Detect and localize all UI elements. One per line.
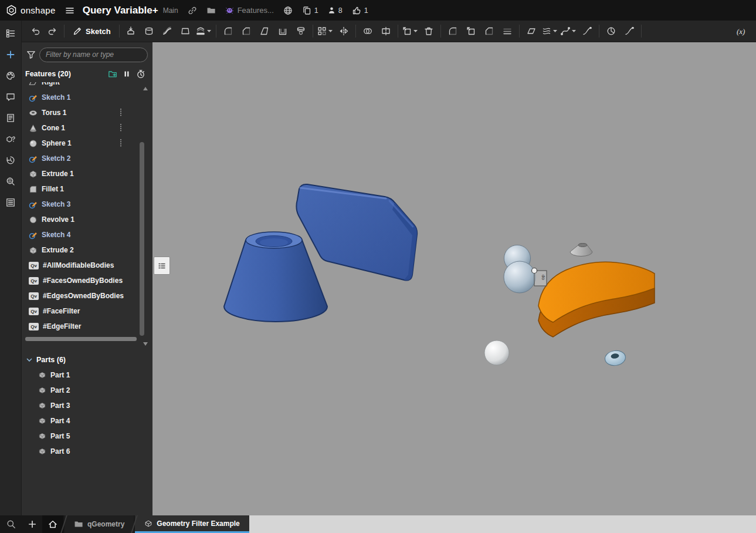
home-tab[interactable]	[42, 515, 63, 533]
onshape-logo[interactable]: onshape	[6, 5, 56, 16]
feature-item[interactable]: Qv#FaceFilter	[22, 303, 152, 319]
feature-item[interactable]: Cone 1	[22, 120, 152, 136]
horizontal-scrollbar[interactable]	[25, 337, 137, 341]
tab-geometry-filter-example[interactable]: Geometry Filter Example	[135, 515, 249, 533]
chevron-down-icon[interactable]	[206, 29, 212, 33]
variable-button[interactable]: (x)	[734, 22, 751, 40]
white-sphere[interactable]	[484, 340, 509, 365]
hole-button[interactable]	[292, 22, 310, 40]
sketch-button[interactable]: Sketch	[67, 22, 117, 40]
chamfer-button[interactable]	[238, 22, 255, 40]
feature-item[interactable]: Sketch 2	[22, 151, 152, 166]
project-curve-button[interactable]	[578, 22, 596, 40]
public-globe-icon[interactable]	[283, 6, 293, 15]
part-item[interactable]: Part 4	[22, 413, 152, 429]
part-item[interactable]: Part 1	[22, 367, 152, 383]
stacked-spheres[interactable]	[504, 245, 535, 294]
feature-item[interactable]: Torus 1	[22, 105, 152, 120]
feature-item[interactable]: Qv#EdgesOwnedByBodies	[22, 288, 152, 303]
dock-feature-tree-button[interactable]	[3, 28, 18, 39]
like-count-stat[interactable]: 1	[352, 6, 368, 15]
chevron-down-icon[interactable]	[328, 29, 333, 33]
part-item[interactable]: Part 5	[22, 429, 152, 444]
loft-button[interactable]	[177, 22, 194, 40]
vertical-scrollbar[interactable]	[140, 142, 144, 336]
feature-item[interactable]: Sphere 1	[22, 136, 152, 151]
more-dots-icon[interactable]	[120, 123, 122, 133]
dock-bom-button[interactable]	[3, 197, 18, 208]
more-dots-icon[interactable]	[120, 139, 122, 148]
parts-header-row[interactable]: Parts (6)	[22, 352, 152, 367]
feature-item[interactable]: Revolve 1	[22, 212, 152, 227]
delete-part-button[interactable]	[420, 22, 438, 40]
transform-button[interactable]	[401, 22, 419, 40]
search-tabs-button[interactable]	[0, 515, 22, 533]
chevron-down-icon[interactable]	[552, 29, 558, 33]
revolve-button[interactable]	[140, 22, 158, 40]
spline-button[interactable]	[560, 22, 578, 40]
section-button[interactable]	[602, 22, 620, 40]
fillet-button[interactable]	[219, 22, 237, 40]
dock-history-button[interactable]	[3, 154, 18, 166]
draft-button[interactable]	[256, 22, 273, 40]
chevron-down-icon[interactable]	[571, 29, 577, 33]
blue-part[interactable]	[224, 184, 417, 322]
dock-insert-button[interactable]	[3, 49, 18, 60]
part-item[interactable]: Part 6	[22, 444, 152, 459]
boolean-button[interactable]	[359, 22, 377, 40]
filter-input[interactable]	[39, 48, 148, 62]
share-link-icon[interactable]	[188, 6, 197, 15]
move-face-button[interactable]	[462, 22, 480, 40]
composite-curve-button[interactable]	[621, 22, 638, 40]
redo-button[interactable]	[44, 22, 62, 40]
helix-button[interactable]	[541, 22, 559, 40]
dock-appearance-button[interactable]	[3, 70, 18, 82]
dock-notes-button[interactable]	[3, 112, 18, 124]
thicken-button[interactable]	[195, 22, 213, 40]
modify-fillet-button[interactable]	[444, 22, 462, 40]
part-item[interactable]: Part 2	[22, 383, 152, 398]
dock-comments-button[interactable]	[3, 91, 18, 103]
split-button[interactable]	[377, 22, 395, 40]
plane-button[interactable]	[523, 22, 540, 40]
features-tab-icon[interactable]	[225, 6, 234, 15]
user-count-stat[interactable]: 8	[328, 6, 343, 15]
collapse-chevron-icon[interactable]	[26, 358, 32, 362]
menu-icon[interactable]	[65, 6, 74, 15]
shell-button[interactable]	[274, 22, 291, 40]
linear-pattern-button[interactable]	[316, 22, 334, 40]
more-dots-icon[interactable]	[120, 108, 122, 117]
feature-item[interactable]: Qv#EdgeFilter	[22, 319, 152, 334]
feature-item[interactable]: Sketch 4	[22, 227, 152, 242]
suppress-icon[interactable]	[123, 70, 131, 78]
feature-item[interactable]: Sketch 3	[22, 197, 152, 212]
sweep-button[interactable]	[158, 22, 176, 40]
gray-cone[interactable]	[570, 244, 592, 257]
scroll-down-icon[interactable]	[143, 342, 148, 346]
dock-search-button[interactable]	[3, 176, 18, 187]
branch-name[interactable]: Main	[163, 6, 178, 15]
dock-follow-mode-button[interactable]	[3, 133, 18, 145]
extrude-button[interactable]	[122, 22, 140, 40]
feature-item[interactable]: Extrude 1	[22, 166, 152, 181]
mirror-button[interactable]	[335, 22, 352, 40]
rollback-icon[interactable]	[136, 69, 145, 79]
filter-icon[interactable]	[26, 50, 36, 59]
viewport-3d[interactable]: do	[152, 42, 756, 515]
scroll-up-icon[interactable]	[143, 87, 148, 90]
tab-qgeometry[interactable]: qGeometry	[65, 515, 134, 533]
offset-surface-button[interactable]	[499, 22, 516, 40]
new-folder-icon[interactable]	[108, 69, 117, 79]
orange-part[interactable]	[538, 262, 655, 337]
feature-item[interactable]: Right	[22, 82, 152, 90]
feature-item[interactable]: Sketch 1	[22, 90, 152, 105]
copy-count-stat[interactable]: 1	[302, 6, 318, 15]
replace-face-button[interactable]	[480, 22, 498, 40]
document-folder-icon[interactable]	[206, 6, 216, 15]
blue-torus[interactable]	[604, 349, 626, 367]
part-item[interactable]: Part 3	[22, 398, 152, 413]
chevron-down-icon[interactable]	[413, 29, 418, 33]
panel-toggle-button[interactable]	[154, 257, 170, 275]
undo-button[interactable]	[26, 22, 44, 40]
feature-item[interactable]: Qv#AllModifiableBodies	[22, 258, 152, 273]
